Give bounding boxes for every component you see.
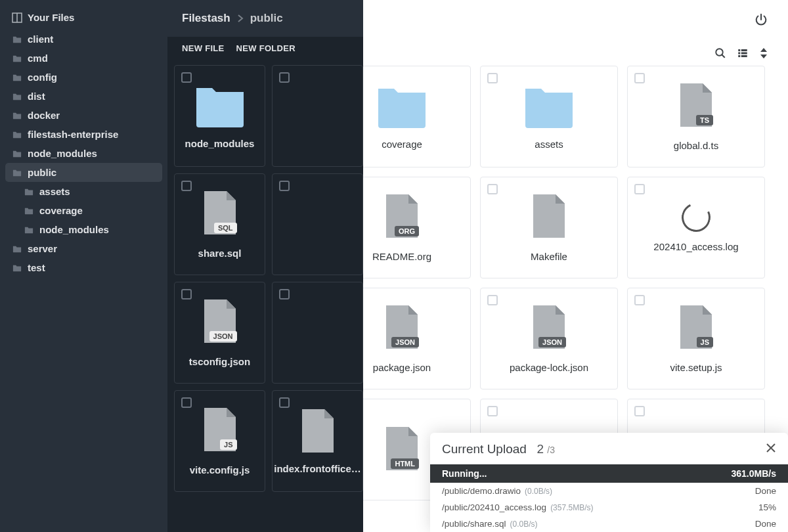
file-tile[interactable]: JSvite.config.js — [174, 390, 265, 492]
file-tile[interactable]: JSONpackage.json — [363, 288, 471, 389]
select-checkbox[interactable] — [487, 184, 498, 194]
file-type-badge: TS — [696, 115, 713, 125]
select-checkbox[interactable] — [279, 397, 290, 408]
file-tile[interactable] — [272, 173, 363, 275]
file-tile[interactable]: node_modules — [174, 65, 265, 167]
sidebar-item-server[interactable]: server — [5, 239, 162, 258]
upload-path: /public/202410_access.log — [442, 502, 546, 512]
file-icon-wrap: JSON — [531, 304, 567, 353]
select-checkbox[interactable] — [634, 73, 645, 83]
new-folder-button[interactable]: NEW FOLDER — [236, 43, 296, 53]
upload-rate: (357.5MB/s) — [550, 503, 593, 512]
file-tile[interactable]: JSvite.setup.js — [627, 288, 765, 389]
svg-point-2 — [716, 49, 723, 56]
folder-icon — [12, 263, 22, 273]
sort-icon[interactable] — [759, 47, 768, 59]
file-label: vite.setup.js — [670, 362, 722, 373]
upload-rate: (0.0B/s) — [510, 520, 538, 529]
folder-icon — [12, 244, 22, 254]
select-checkbox[interactable] — [279, 181, 290, 191]
file-tile[interactable]: SQLshare.sql — [174, 173, 265, 275]
select-checkbox[interactable] — [279, 72, 290, 83]
select-checkbox[interactable] — [634, 184, 645, 194]
upload-panel: Current Upload 2 /3 Running... 361.0MB/s… — [430, 433, 788, 532]
file-tile[interactable]: assets — [480, 66, 618, 167]
file-icon-wrap: ORG — [383, 193, 420, 242]
file-icon — [531, 193, 567, 239]
sidebar-item-coverage[interactable]: coverage — [5, 201, 162, 220]
upload-row: /public/demo.drawio(0.0B/s)Done — [430, 483, 788, 499]
file-tile[interactable]: index.frontoffice… — [272, 390, 363, 492]
upload-speed: 361.0MB/s — [732, 468, 776, 479]
sidebar-item-label: docker — [28, 110, 60, 121]
select-checkbox[interactable] — [181, 181, 192, 191]
sidebar-tree: clientcmdconfigdistdockerfilestash-enter… — [0, 30, 167, 277]
loading-spinner-icon — [678, 199, 714, 236]
sidebar-item-cmd[interactable]: cmd — [5, 49, 162, 68]
power-icon[interactable] — [754, 12, 768, 27]
select-checkbox[interactable] — [487, 406, 498, 416]
search-icon[interactable] — [714, 47, 726, 59]
sidebar-item-docker[interactable]: docker — [5, 106, 162, 125]
sidebar-item-assets[interactable]: assets — [5, 182, 162, 201]
select-checkbox[interactable] — [181, 289, 192, 299]
sidebar-title: Your Files — [0, 12, 167, 30]
sidebar-item-test[interactable]: test — [5, 258, 162, 277]
file-tile[interactable]: Makefile — [480, 177, 618, 278]
sidebar-item-node-modules[interactable]: node_modules — [5, 144, 162, 163]
file-label: node_modules — [185, 138, 255, 149]
sidebar-item-node-modules[interactable]: node_modules — [5, 220, 162, 239]
file-label: Makefile — [531, 251, 567, 262]
upload-rate: (0.0B/s) — [525, 487, 552, 496]
svg-rect-9 — [741, 55, 747, 57]
file-label: index.frontoffice… — [274, 463, 361, 474]
file-tile[interactable]: TSglobal.d.ts — [627, 66, 765, 167]
sidebar-item-label: node_modules — [28, 148, 97, 159]
select-checkbox[interactable] — [634, 406, 645, 416]
svg-line-3 — [722, 55, 725, 58]
sidebar-item-client[interactable]: client — [5, 30, 162, 49]
file-icon-wrap: JS — [678, 304, 714, 353]
file-label: package.json — [373, 362, 431, 373]
file-icon-wrap: JSON — [383, 304, 420, 353]
sidebar-item-filestash-enterprise[interactable]: filestash-enterprise — [5, 125, 162, 144]
upload-title: Current Upload — [442, 442, 527, 456]
file-tile[interactable] — [272, 65, 363, 167]
dark-main-panel: Filestash public NEW FILE NEW FOLDER nod… — [167, 0, 363, 532]
select-checkbox[interactable] — [279, 289, 290, 299]
folder-icon — [12, 54, 22, 63]
folder-icon — [523, 83, 575, 129]
light-header — [363, 0, 788, 39]
sidebar-item-config[interactable]: config — [5, 68, 162, 87]
new-file-button[interactable]: NEW FILE — [182, 43, 225, 53]
list-view-icon[interactable] — [737, 47, 749, 59]
sidebar-item-label: config — [28, 72, 57, 83]
sidebar-item-label: cmd — [28, 53, 48, 64]
file-type-badge: JS — [220, 439, 236, 450]
file-tile[interactable] — [272, 282, 363, 384]
folder-icon — [12, 111, 22, 120]
svg-rect-5 — [738, 53, 740, 55]
file-tile[interactable]: JSONtsconfig.json — [174, 282, 265, 384]
select-checkbox[interactable] — [181, 397, 192, 408]
breadcrumb-root[interactable]: Filestash — [182, 12, 230, 25]
file-icon-wrap: JSON — [202, 298, 238, 347]
sidebar-item-label: server — [28, 243, 57, 254]
file-label: 202410_access.log — [653, 241, 738, 252]
breadcrumb-current[interactable]: public — [250, 12, 283, 25]
file-tile[interactable]: coverage — [363, 66, 471, 167]
select-checkbox[interactable] — [634, 295, 645, 305]
select-checkbox[interactable] — [487, 295, 498, 305]
svg-rect-6 — [738, 55, 740, 57]
upload-status: Done — [755, 519, 776, 529]
upload-count: 2 /3 — [536, 442, 555, 456]
file-tile[interactable]: ORGREADME.org — [363, 177, 471, 278]
sidebar-item-public[interactable]: public — [5, 163, 162, 182]
select-checkbox[interactable] — [181, 72, 192, 83]
file-type-badge: JS — [697, 337, 713, 347]
file-tile[interactable]: 202410_access.log — [627, 177, 765, 278]
sidebar-item-dist[interactable]: dist — [5, 87, 162, 106]
close-icon[interactable] — [766, 443, 776, 453]
select-checkbox[interactable] — [487, 73, 498, 83]
file-tile[interactable]: JSONpackage-lock.json — [480, 288, 618, 389]
